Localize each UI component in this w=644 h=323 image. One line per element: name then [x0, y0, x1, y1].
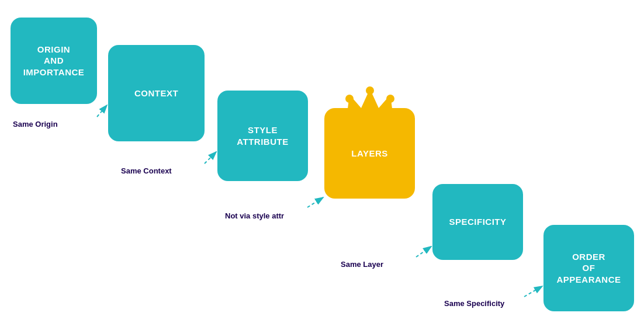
box-layers: LAYERS [324, 108, 415, 199]
box-order-appearance-label: ORDER OF APPEARANCE [556, 251, 621, 286]
box-layers-wrapper: LAYERS [324, 108, 415, 199]
svg-line-5 [524, 286, 542, 297]
box-origin: ORIGIN AND IMPORTANCE [11, 18, 97, 104]
box-style-attribute: STYLE ATTRIBUTE [217, 91, 308, 181]
svg-line-3 [307, 197, 323, 207]
box-specificity: SPECIFICITY [432, 184, 523, 260]
svg-line-1 [97, 105, 107, 117]
diagram-container: ORIGIN AND IMPORTANCE CONTEXT STYLE ATTR… [0, 0, 644, 323]
box-context-label: CONTEXT [134, 88, 178, 99]
box-origin-label: ORIGIN AND IMPORTANCE [23, 44, 85, 78]
box-style-attribute-label: STYLE ATTRIBUTE [237, 124, 288, 147]
box-layers-label: LAYERS [351, 148, 387, 159]
label-same-layer: Same Layer [341, 260, 383, 269]
label-same-specificity: Same Specificity [444, 299, 504, 308]
label-same-context: Same Context [121, 166, 172, 175]
svg-line-4 [416, 246, 431, 257]
label-not-via-style: Not via style attr [225, 211, 284, 220]
box-specificity-label: SPECIFICITY [449, 216, 506, 228]
box-context: CONTEXT [108, 45, 205, 141]
box-order-appearance: ORDER OF APPEARANCE [543, 225, 634, 311]
label-same-origin: Same Origin [13, 120, 58, 128]
svg-line-2 [205, 152, 216, 164]
